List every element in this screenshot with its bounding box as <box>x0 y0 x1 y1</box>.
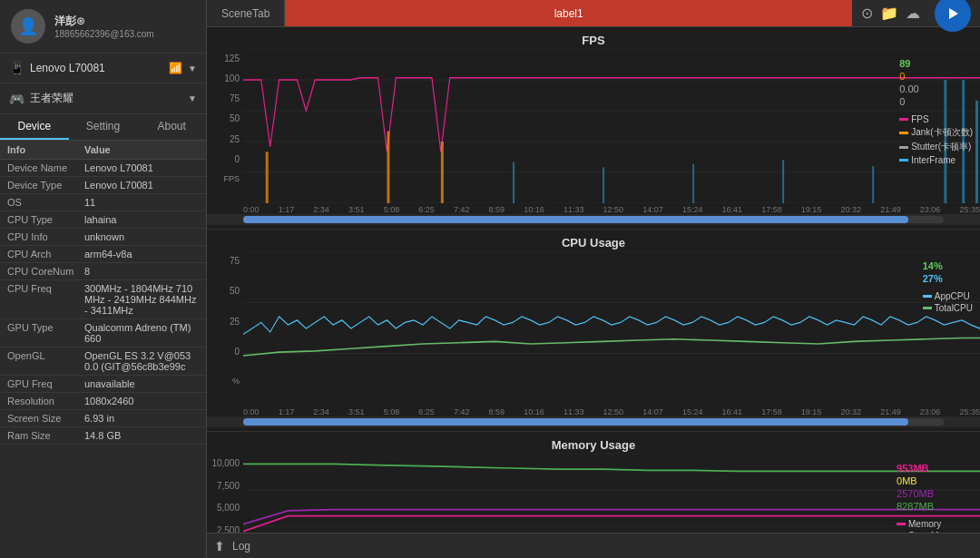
device-selector[interactable]: 📱 Lenovo L70081 📶 ▼ <box>0 54 206 83</box>
tab-about[interactable]: About <box>137 114 206 140</box>
top-bar: SceneTab label1 ⊙ 📁 ☁ <box>207 0 980 27</box>
cpu-chart-title: CPU Usage <box>207 234 980 251</box>
fps-y-label: FPS <box>223 174 240 185</box>
cpu-y-label: % <box>232 377 240 387</box>
info-row: CPU Infounknown <box>0 229 206 246</box>
charts-area: FPS 125 100 75 50 25 0 FPS <box>207 27 980 533</box>
expand-button[interactable]: ⬆ <box>214 539 225 553</box>
info-rows-container: Device NameLenovo L70081Device TypeLenov… <box>0 160 206 445</box>
fps-y-125: 125 <box>224 54 240 64</box>
svg-rect-9 <box>441 142 444 203</box>
cpu-scrollbar[interactable] <box>207 416 980 427</box>
swap-legend-label: SwapMemory <box>908 531 964 533</box>
cpu-x-axis: 0:001:172:343:515:086:257:428:5910:1611:… <box>207 406 980 416</box>
info-value: 14.8 GB <box>84 430 199 441</box>
game-name-label: 王者荣耀 <box>30 91 182 106</box>
device-arrow-icon: ▼ <box>188 64 197 73</box>
info-table-header: Info Value <box>0 141 206 160</box>
left-panel: 👤 洋彭⊙ 18865662396@163.com 📱 Lenovo L7008… <box>0 0 207 558</box>
folder-icon[interactable]: 📁 <box>880 5 898 22</box>
svg-marker-0 <box>949 8 958 19</box>
cpu-y-axis: 75 50 25 0 % <box>207 251 243 406</box>
info-key: Device Type <box>7 180 84 191</box>
fps-canvas: 89 0 0.00 0 FPS Jank(卡顿次数) <box>243 49 980 203</box>
svg-rect-17 <box>975 101 978 203</box>
fps-scrollbar-track[interactable] <box>243 216 944 223</box>
username: 洋彭⊙ <box>54 14 154 29</box>
memory-canvas: 953MB 0MB 2570MB 8287MB Memory SwapMemor… <box>243 454 980 533</box>
info-value: 1080x2460 <box>84 396 199 406</box>
scene-tab[interactable]: SceneTab <box>207 0 285 26</box>
log-label: Log <box>232 540 250 553</box>
cpu-y-75: 75 <box>230 256 240 266</box>
info-key: OS <box>7 197 84 208</box>
info-col1-header: Info <box>7 144 84 155</box>
mem-value-available: 8287MB <box>897 501 973 512</box>
svg-rect-13 <box>782 160 784 203</box>
fps-chart-container: FPS 125 100 75 50 25 0 FPS <box>207 27 980 230</box>
fps-x-axis: 0:001:172:343:515:086:257:428:5910:1611:… <box>207 203 980 214</box>
mem-y-5000: 5,000 <box>217 503 240 513</box>
svg-rect-11 <box>603 167 604 203</box>
cloud-icon[interactable]: ☁ <box>906 5 920 22</box>
cpu-scrollbar-track[interactable] <box>243 418 944 426</box>
fps-chart-body: 125 100 75 50 25 0 FPS <box>207 49 980 203</box>
info-key: GPU Freq <box>7 378 84 389</box>
mem-value-memory: 953MB <box>897 463 973 474</box>
info-row: GPU Frequnavailable <box>0 376 206 393</box>
game-icon: 🎮 <box>9 92 24 106</box>
interframe-legend-color <box>899 159 908 162</box>
device-name-label: Lenovo L70081 <box>30 62 163 74</box>
interframe-legend-label: InterFrame <box>911 155 956 165</box>
info-row: Ram Size14.8 GB <box>0 427 206 445</box>
tab-device[interactable]: Device <box>0 114 69 140</box>
avatar: 👤 <box>11 9 45 44</box>
tab-setting[interactable]: Setting <box>69 114 138 140</box>
memory-y-axis: 10,000 7,500 5,000 2,500 0 MB <box>207 454 243 533</box>
bottom-bar: ⬆ Log <box>207 533 980 558</box>
info-key: Device Name <box>7 162 84 173</box>
game-selector[interactable]: 🎮 王者荣耀 ▼ <box>0 83 206 114</box>
cpu-legend: 14% 27% AppCPU TotalCPU <box>923 260 973 313</box>
appcpu-legend-label: AppCPU <box>935 291 970 301</box>
info-value: 8 <box>84 266 199 277</box>
info-value: Qualcomm Adreno (TM) 660 <box>84 322 199 344</box>
memory-legend-color <box>897 523 906 525</box>
totalcpu-legend-label: TotalCPU <box>935 303 973 313</box>
game-arrow-icon: ▼ <box>188 93 197 103</box>
cpu-scrollbar-thumb[interactable] <box>243 418 908 426</box>
fps-y-axis: 125 100 75 50 25 0 FPS <box>207 49 243 203</box>
info-row: OpenGLOpenGL ES 3.2 V@0530.0 (GIT@56c8b3… <box>0 348 206 376</box>
info-row: CPU Archarm64-v8a <box>0 246 206 263</box>
device-icon: 📱 <box>9 61 24 75</box>
mem-y-7500: 7,500 <box>217 481 240 491</box>
info-key: Ram Size <box>7 430 84 441</box>
cpu-y-50: 50 <box>230 286 240 296</box>
svg-rect-8 <box>387 132 389 203</box>
user-header: 👤 洋彭⊙ 18865662396@163.com <box>0 0 206 54</box>
fps-scrollbar-thumb[interactable] <box>243 216 908 223</box>
info-row: Device TypeLenovo L70081 <box>0 177 206 194</box>
memory-chart-title: Memory Usage <box>207 436 980 454</box>
cpu-y-0: 0 <box>234 347 240 357</box>
memory-legend-mem: Memory <box>897 519 973 529</box>
fps-y-0: 0 <box>234 154 240 164</box>
svg-rect-7 <box>266 152 269 203</box>
info-key: CPU Arch <box>7 249 84 259</box>
info-value: unavailable <box>84 378 199 389</box>
cpu-total-value: 27% <box>923 273 973 284</box>
fps-legend-stutter: Stutter(卡顿率) <box>899 141 973 153</box>
info-value: Lenovo L70081 <box>84 162 199 173</box>
info-row: OS11 <box>0 194 206 211</box>
user-info: 洋彭⊙ 18865662396@163.com <box>54 14 154 39</box>
info-key: CPU Freq <box>7 283 84 294</box>
info-value: 6.93 in <box>84 413 199 424</box>
mem-value-swap: 0MB <box>897 475 973 486</box>
fps-legend-jank: Jank(卡顿次数) <box>899 126 973 139</box>
jank-legend-label: Jank(卡顿次数) <box>911 126 973 139</box>
info-value: Lenovo L70081 <box>84 180 199 191</box>
fps-scrollbar[interactable] <box>207 214 980 225</box>
fps-legend-color <box>899 118 908 121</box>
target-icon[interactable]: ⊙ <box>861 5 873 22</box>
info-key: Resolution <box>7 396 84 406</box>
